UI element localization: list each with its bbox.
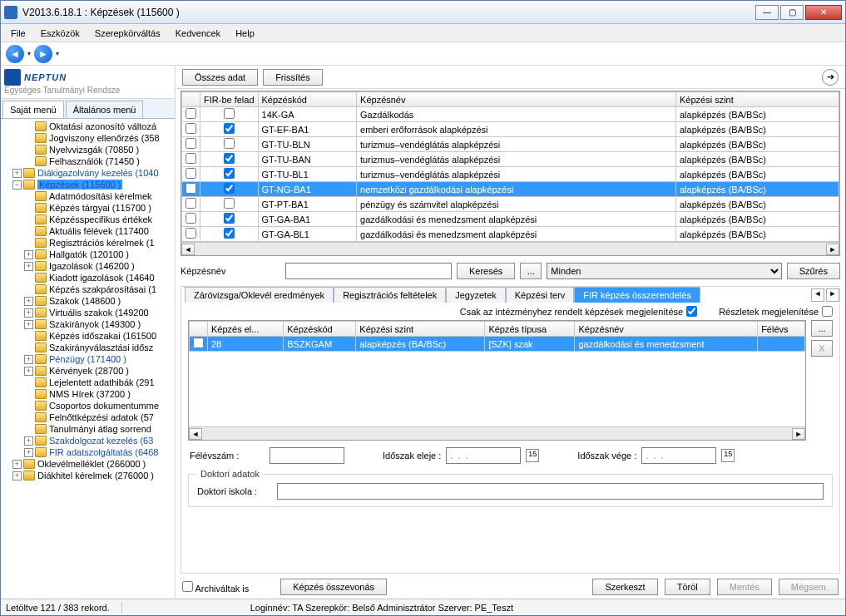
detail-tab[interactable]: Képzési terv [506,287,575,303]
column-header[interactable]: FIR-be felad [200,92,259,107]
nav-forward-button[interactable]: ► [34,45,52,63]
tree-expander-icon[interactable]: + [24,250,33,259]
row-select-checkbox[interactable] [186,168,196,179]
tree-item[interactable]: +Igazolások (146200 ) [1,260,175,272]
scroll-right-icon[interactable]: ► [826,244,839,255]
row-select-checkbox[interactable] [186,228,196,239]
table-row[interactable]: GT-EF-BA1emberi erőforrások alapképzésia… [182,122,839,137]
row-select-checkbox[interactable] [186,153,196,164]
assign-browse-button[interactable]: ... [811,320,833,337]
column-header[interactable]: Képzés el... [208,322,284,337]
tree-expander-icon[interactable] [24,274,33,283]
scroll-right-icon[interactable]: ► [792,428,805,440]
doctoral-school-input[interactable] [277,483,824,500]
tree-item[interactable]: +Szakok (148600 ) [1,295,175,307]
browse-button[interactable]: ... [520,263,542,279]
tree-item[interactable]: Jogviszony ellenőrzés (358 [1,132,175,144]
tree-item[interactable]: Regisztrációs kérelmek (1 [1,237,175,249]
filter-dropdown[interactable]: Minden [547,263,781,279]
tree-item[interactable]: Lejelentett adathibák (291 [1,377,175,388]
period-end-input[interactable] [641,447,716,464]
row-select-checkbox[interactable] [186,183,196,194]
tree-expander-icon[interactable]: + [24,436,33,446]
column-header[interactable]: Képzéskód [284,322,356,337]
tree-item[interactable]: Képzés szakpárosításai (1 [1,283,175,295]
column-header[interactable] [182,92,200,107]
tree-expander-icon[interactable] [24,285,33,294]
column-header[interactable]: Képzéskód [258,92,357,107]
tree-item[interactable]: −Képzések (115600 ) [1,179,175,190]
tree-item[interactable]: Oktatási azonosító változá [1,121,175,132]
tree-item[interactable]: +Szakirányok (149300 ) [1,318,175,330]
tree-item[interactable]: Képzés tárgyai (115700 ) [1,202,175,214]
help-icon[interactable]: ➜ [822,69,839,86]
table-row[interactable]: GT-TU-BLNturizmus–vendéglátás alapképzés… [182,137,839,152]
tree-expander-icon[interactable] [24,343,33,352]
tree-expander-icon[interactable]: + [24,262,33,271]
tree-item[interactable]: +Diákigazolvány kezelés (1040 [1,167,175,179]
tree-item[interactable]: Szakirányválasztási idősz [1,342,175,353]
table-row[interactable]: GT-TU-BL1turizmus–vendéglátás alapképzés… [182,167,839,182]
menu-file[interactable]: File [4,27,32,40]
cancel-button[interactable]: Mégsem [779,579,839,595]
tab-nav-icon[interactable]: ► [826,288,839,302]
detail-tab[interactable]: FIR képzés összerendelés [574,287,700,303]
tree-expander-icon[interactable]: + [24,297,33,306]
row-select-checkbox[interactable] [193,338,204,348]
tree-expander-icon[interactable] [24,122,33,131]
tree-expander-icon[interactable] [24,332,33,341]
row-select-checkbox[interactable] [186,108,196,119]
column-header[interactable]: Képzésnév [575,322,758,337]
column-header[interactable]: Képzési szint [675,92,839,107]
table-row[interactable]: GT-PT-BA1pénzügy és számvitel alapképzés… [182,197,839,212]
menu-role-switch[interactable]: Szerepkörváltás [88,27,167,40]
tree-item[interactable]: Képzés időszakai (161500 [1,330,175,342]
fir-checkbox[interactable] [224,228,235,239]
only-institution-checkbox-input[interactable] [686,306,697,317]
menu-tools[interactable]: Eszközök [34,27,87,40]
tree-item[interactable]: +FIR adatszolgáltatás (6468 [1,446,175,458]
tree-expander-icon[interactable] [24,204,33,213]
assign-grid[interactable]: Képzés el...KépzéskódKépzési szintKépzés… [189,321,805,352]
tree-item[interactable]: +Diákhitel kérelmek (276000 ) [1,470,175,481]
tree-expander-icon[interactable]: + [12,460,22,469]
tab-nav-icon[interactable]: ◄ [811,288,824,302]
column-header[interactable]: Képzés típusa [485,322,575,337]
delete-button[interactable]: Töröl [665,579,710,595]
table-row[interactable]: GT-GA-BA1gazdálkodási és menedzsment ala… [182,212,839,227]
fir-checkbox[interactable] [224,198,235,209]
semester-count-input[interactable] [270,447,344,464]
show-details-checkbox-input[interactable] [822,306,833,317]
row-select-checkbox[interactable] [186,198,196,209]
row-select-checkbox[interactable] [186,138,196,149]
fir-checkbox[interactable] [224,213,235,224]
calendar-icon[interactable]: 15 [721,449,735,462]
tree-expander-icon[interactable]: − [12,180,22,190]
fir-checkbox[interactable] [224,153,235,164]
tree-item[interactable]: +Szakdolgozat kezelés (63 [1,435,175,446]
sidebar-tab-general-menu[interactable]: Általános menü [66,101,144,118]
merge-training-button[interactable]: Képzés összevonás [280,579,387,595]
assign-grid-hscroll[interactable]: ◄ ► [189,426,805,440]
main-grid[interactable]: FIR-be feladKépzéskódKépzésnévKépzési sz… [181,91,839,242]
fir-checkbox[interactable] [224,123,235,134]
search-button[interactable]: Keresés [457,263,515,279]
scroll-left-icon[interactable]: ◄ [189,428,202,440]
tree-item[interactable]: Felnőttképzési adatok (57 [1,411,175,423]
main-grid-hscroll[interactable]: ◄ ► [181,242,839,255]
table-row[interactable]: 28BSZKGAMalapképzés (BA/BSc)[SZK] szakga… [190,337,805,352]
tree-expander-icon[interactable] [24,192,33,201]
tree-expander-icon[interactable]: + [24,355,33,364]
tree-item[interactable]: Csoportos dokumentumme [1,400,175,411]
fir-checkbox[interactable] [224,108,235,119]
tree-item[interactable]: Tanulmányi átlag sorrend [1,423,175,435]
only-institution-checkbox[interactable]: Csak az intézményhez rendelt képzések me… [460,306,697,317]
tree-expander-icon[interactable]: + [24,308,33,318]
tree-item[interactable]: NMS Hírek (37200 ) [1,388,175,400]
nav-back-dropdown[interactable]: ▾ [27,50,31,57]
all-data-button[interactable]: Összes adat [182,69,258,86]
tree-expander-icon[interactable]: + [24,448,33,457]
row-select-checkbox[interactable] [186,213,196,224]
tree-expander-icon[interactable] [24,239,33,248]
tree-item[interactable]: +Pénzügy (171400 ) [1,353,175,365]
